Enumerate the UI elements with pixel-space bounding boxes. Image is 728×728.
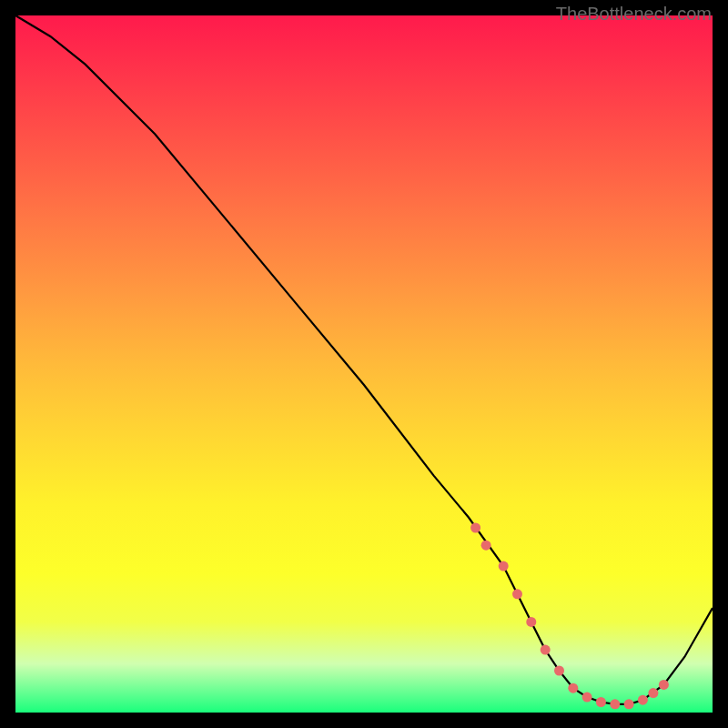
chart-marker-point bbox=[554, 666, 564, 676]
chart-marker-point bbox=[481, 541, 491, 551]
chart-marker-point bbox=[596, 697, 606, 707]
chart-marker-point bbox=[624, 699, 634, 709]
chart-marker-point bbox=[470, 523, 480, 533]
chart-markers bbox=[470, 523, 669, 710]
chart-marker-point bbox=[659, 680, 669, 690]
chart-line bbox=[15, 15, 713, 704]
chart-marker-point bbox=[499, 561, 509, 571]
chart-marker-point bbox=[568, 683, 578, 693]
chart-svg bbox=[15, 15, 713, 713]
chart-marker-point bbox=[541, 645, 551, 655]
chart-marker-point bbox=[638, 695, 648, 705]
chart-marker-point bbox=[582, 693, 592, 703]
chart-marker-point bbox=[648, 688, 658, 698]
chart-marker-point bbox=[610, 699, 620, 709]
chart-marker-point bbox=[512, 589, 522, 599]
watermark-text: TheBottleneck.com bbox=[556, 4, 712, 25]
chart-marker-point bbox=[526, 617, 536, 627]
